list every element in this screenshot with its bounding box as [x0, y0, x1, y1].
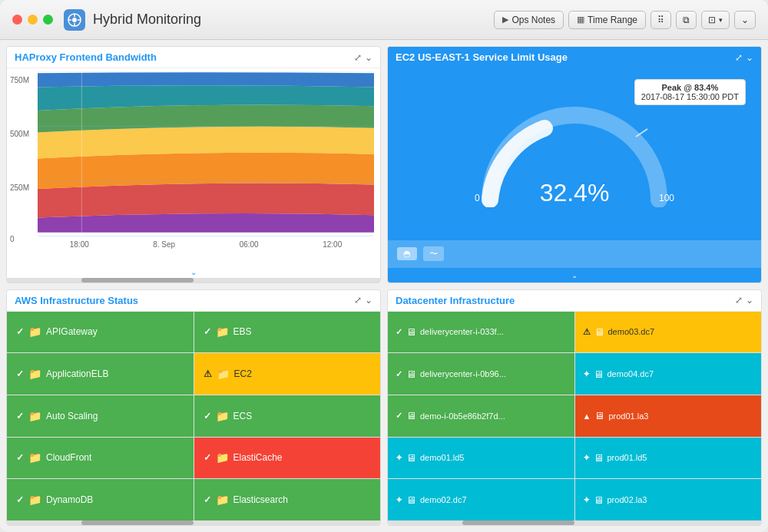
ec2-title: EC2 US-EAST-1 Service Limit Usage: [396, 51, 568, 63]
haproxy-chart: 750M 500M 250M 0: [7, 68, 380, 266]
haproxy-header: HAProxy Frontend Bandwidth ⤢ ⌄: [7, 47, 380, 68]
dc-label-6: demo01.ld5: [420, 453, 567, 462]
haproxy-scrollbar[interactable]: [7, 278, 380, 283]
check-icon: ✦: [583, 453, 590, 463]
server-icon: 🖥: [594, 326, 604, 338]
layout-icon: ⊡: [708, 15, 716, 25]
toolbar-buttons: ▶ Ops Notes ▦ Time Range ⠿ ⧉ ⊡ ▾ ⌄: [494, 11, 756, 29]
dc-item-7[interactable]: ✦ 🖥 prod01.ld5: [575, 438, 762, 479]
dc-label-0: deliverycenter-i-033f...: [420, 327, 567, 336]
dc-item-0[interactable]: ✓ 🖥 deliverycenter-i-033f...: [388, 312, 574, 353]
dc-label-3: demo04.dc7: [607, 369, 754, 378]
gauge-tab-arc[interactable]: ◓: [397, 247, 417, 260]
dc-panel: Datacenter Infrastructure ⤢ ⌄ ✓ 🖥 delive…: [387, 289, 762, 527]
ec2-chevron-icon[interactable]: ⌄: [746, 52, 753, 63]
grid-button[interactable]: ⠿: [650, 11, 671, 29]
time-range-button[interactable]: ▦ Time Range: [568, 11, 646, 29]
ec2-header: EC2 US-EAST-1 Service Limit Usage ⤢ ⌄: [388, 47, 761, 68]
scrollbar-thumb[interactable]: [462, 520, 574, 525]
dc-actions: ⤢ ⌄: [735, 295, 753, 306]
scrollbar-thumb[interactable]: [81, 278, 194, 283]
aws-item-ebs[interactable]: ✓ 📁 EBS: [194, 312, 381, 353]
aws-item-apigateway[interactable]: ✓ 📁 APIGateway: [7, 312, 194, 353]
more-button[interactable]: ⌄: [734, 11, 756, 29]
aws-item-dynamodb[interactable]: ✓ 📁 DynamoDB: [7, 479, 194, 520]
aws-expand-icon[interactable]: ⤢: [354, 295, 362, 306]
ec2-actions: ⤢ ⌄: [735, 52, 753, 63]
maximize-button[interactable]: [43, 15, 53, 25]
aws-item-autoscaling[interactable]: ✓ 📁 Auto Scaling: [7, 395, 194, 437]
gauge-container: 0 100 32.4%: [467, 92, 682, 215]
gauge-value: 32.4%: [540, 179, 610, 207]
dc-label-7: prod01.ld5: [607, 453, 754, 462]
dc-item-6[interactable]: ✦ 🖥 demo01.ld5: [388, 438, 574, 479]
aws-item-applicationelb[interactable]: ✓ 📁 ApplicationELB: [7, 353, 194, 395]
aws-item-ec2[interactable]: ⚠ 📁 EC2: [194, 353, 381, 395]
dc-item-8[interactable]: ✦ 🖥 demo02.dc7: [388, 479, 574, 520]
dc-item-3[interactable]: ✦ 🖥 demo04.dc7: [575, 353, 762, 395]
server-icon: 🖥: [406, 452, 416, 464]
aws-actions: ⤢ ⌄: [354, 295, 372, 306]
peak-label: Peak @ 83.4%: [641, 83, 739, 92]
y-label-250: 250M: [10, 183, 29, 192]
aws-item-elasticsearch[interactable]: ✓ 📁 Elasticsearch: [194, 479, 381, 520]
dc-chevron-icon[interactable]: ⌄: [746, 295, 753, 306]
check-icon: ✓: [16, 368, 24, 379]
aws-scrollbar[interactable]: [7, 520, 380, 525]
dc-header: Datacenter Infrastructure ⤢ ⌄: [388, 290, 761, 312]
dc-item-4[interactable]: ✓ 🖥 demo-i-0b5e86b2f7d...: [388, 395, 574, 437]
aws-label-apigateway: APIGateway: [46, 326, 98, 337]
haproxy-expand-btn[interactable]: ⌄: [7, 266, 380, 278]
aws-label-ec2: EC2: [234, 368, 252, 379]
aws-label-applicationelb: ApplicationELB: [46, 368, 108, 379]
aws-chevron-icon[interactable]: ⌄: [365, 295, 372, 306]
dc-title: Datacenter Infrastructure: [396, 295, 515, 306]
dc-label-4: demo-i-0b5e86b2f7d...: [420, 411, 567, 421]
aws-item-cloudfront[interactable]: ✓ 📁 CloudFront: [7, 438, 194, 479]
ec2-expand-icon[interactable]: ⤢: [735, 52, 743, 63]
layout-button[interactable]: ⊡ ▾: [701, 11, 730, 29]
close-button[interactable]: [12, 15, 22, 25]
aws-status-grid: ✓ 📁 APIGateway ✓ 📁 EBS ✓ 📁 ApplicationEL…: [7, 312, 380, 521]
y-label-0: 0: [10, 235, 15, 243]
chart-icon: 〜: [429, 249, 438, 258]
aws-label-elasticsearch: Elasticsearch: [233, 494, 288, 505]
gauge-tab-chart[interactable]: 〜: [423, 246, 444, 261]
alert-icon: ▲: [583, 411, 591, 421]
y-label-750: 750M: [10, 76, 29, 84]
dc-item-5[interactable]: ▲ 🖥 prod01.la3: [575, 395, 762, 437]
copy-button[interactable]: ⧉: [676, 11, 697, 29]
warning-icon: ⚠: [583, 327, 591, 337]
haproxy-chevron-icon[interactable]: ⌄: [365, 52, 372, 63]
aws-item-ecs[interactable]: ✓ 📁 ECS: [194, 395, 381, 437]
dashboard-grid: HAProxy Frontend Bandwidth ⤢ ⌄ 750M 500M…: [0, 40, 768, 532]
folder-icon: 📁: [28, 325, 41, 338]
check-icon: ✓: [204, 326, 211, 337]
ops-notes-icon: ▶: [502, 15, 508, 25]
aws-label-dynamodb: DynamoDB: [46, 494, 93, 505]
haproxy-x-axis: 18:00 8. Sep 06:00 12:00: [38, 240, 374, 256]
haproxy-expand-icon[interactable]: ⤢: [354, 52, 362, 63]
aws-item-elasticache[interactable]: ✓ 📁 ElastiCache: [194, 438, 381, 479]
ops-notes-button[interactable]: ▶ Ops Notes: [494, 11, 564, 29]
dc-label-1: demo03.dc7: [608, 327, 754, 336]
check-icon: ✓: [204, 411, 211, 421]
folder-icon: 📁: [28, 451, 41, 464]
dc-expand-icon[interactable]: ⤢: [735, 295, 743, 306]
check-icon: ✦: [583, 369, 590, 379]
minimize-button[interactable]: [28, 15, 38, 25]
x-label-1800: 18:00: [70, 240, 89, 249]
folder-icon: 📁: [216, 325, 229, 338]
gauge-expand-btn[interactable]: ⌄: [388, 268, 761, 283]
dc-scrollbar[interactable]: [388, 520, 761, 525]
aws-label-elasticache: ElastiCache: [233, 452, 283, 463]
gauge-max: 100: [659, 193, 674, 203]
scrollbar-thumb[interactable]: [81, 520, 194, 525]
dc-item-2[interactable]: ✓ 🖥 deliverycenter-i-0b96...: [388, 353, 574, 395]
dc-item-1[interactable]: ⚠ 🖥 demo03.dc7: [575, 312, 762, 353]
dc-item-9[interactable]: ✦ 🖥 prod02.la3: [575, 479, 762, 520]
server-icon: 🖥: [594, 410, 604, 421]
check-icon: ✓: [396, 411, 402, 421]
aws-panel: AWS Infrastructure Status ⤢ ⌄ ✓ 📁 APIGat…: [6, 289, 381, 527]
folder-icon: 📁: [216, 494, 229, 506]
